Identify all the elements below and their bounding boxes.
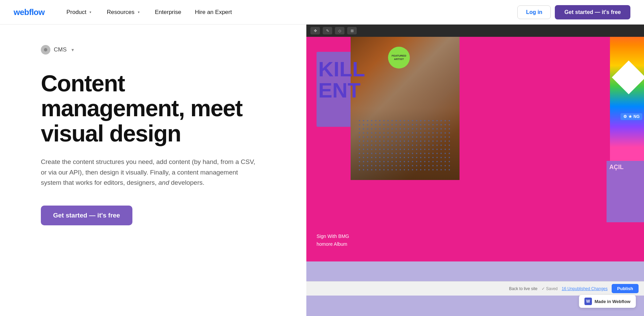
nav-item-product[interactable]: Product ▾ bbox=[61, 6, 99, 18]
cms-badge[interactable]: CMS ▾ bbox=[41, 45, 279, 55]
nav-links: Product ▾ Resources ▾ Enterprise Hire an… bbox=[61, 6, 517, 18]
main-layout: CMS ▾ Content management, meet visual de… bbox=[0, 25, 644, 316]
nav-resources-label: Resources bbox=[107, 9, 134, 16]
right-panel: ✥ ✎ ◇ ⊞ KILL ENT FEATURED ARTIST bbox=[306, 25, 644, 316]
toolbar-icon-3[interactable]: ◇ bbox=[335, 27, 344, 34]
hero-description: Create the content structures you need, … bbox=[41, 157, 259, 188]
nav-hire-expert-label: Hire an Expert bbox=[195, 9, 232, 16]
publish-button[interactable]: Publish bbox=[612, 284, 639, 293]
mockup-toolbar: ✥ ✎ ◇ ⊞ bbox=[306, 25, 644, 37]
navbar-cta-button[interactable]: Get started — it's free bbox=[555, 5, 630, 19]
counter-badge: ⚙ ★ NG bbox=[621, 113, 642, 120]
second-card: AÇIL bbox=[607, 161, 644, 222]
nav-item-hire-expert[interactable]: Hire an Expert bbox=[190, 6, 238, 18]
cms-badge-text: CMS bbox=[54, 46, 67, 53]
hero-title: Content management, meet visual design bbox=[41, 71, 279, 146]
publish-bar: Back to live site ✓ Saved 16 Unpublished… bbox=[306, 281, 644, 296]
login-button[interactable]: Log in bbox=[517, 5, 551, 19]
featured-artist-badge: FEATURED ARTIST bbox=[388, 47, 410, 69]
hero-cta-button[interactable]: Get started — it's free bbox=[41, 206, 132, 225]
navbar-actions: Log in Get started — it's free bbox=[517, 5, 630, 19]
navbar: webflow Product ▾ Resources ▾ Enterprise… bbox=[0, 0, 644, 25]
shirt-pattern bbox=[357, 119, 453, 173]
toolbar-icon-4[interactable]: ⊞ bbox=[347, 27, 357, 34]
webflow-w-icon: W bbox=[584, 298, 592, 305]
resources-chevron-icon: ▾ bbox=[136, 10, 141, 15]
left-panel: CMS ▾ Content management, meet visual de… bbox=[0, 25, 306, 316]
toolbar-icon-2[interactable]: ✎ bbox=[323, 27, 332, 34]
back-to-live-link[interactable]: Back to live site bbox=[509, 286, 537, 291]
nav-enterprise-label: Enterprise bbox=[155, 9, 181, 16]
cms-icon bbox=[41, 45, 50, 55]
sign-text: Sign With BMG homore Album bbox=[317, 232, 349, 248]
unpublished-changes-link[interactable]: 16 Unpublished Changes bbox=[562, 286, 608, 291]
toolbar-icon-1[interactable]: ✥ bbox=[310, 27, 320, 34]
nav-item-enterprise[interactable]: Enterprise bbox=[149, 6, 187, 18]
mockup-site: ✥ ✎ ◇ ⊞ KILL ENT FEATURED ARTIST bbox=[306, 25, 644, 296]
logo[interactable]: webflow bbox=[14, 7, 45, 17]
made-in-webflow-badge[interactable]: W Made in Webflow bbox=[579, 295, 636, 308]
design-canvas: ✥ ✎ ◇ ⊞ KILL ENT FEATURED ARTIST bbox=[306, 25, 644, 296]
saved-status: ✓ Saved bbox=[542, 286, 558, 291]
product-chevron-icon: ▾ bbox=[88, 10, 93, 15]
nav-item-resources[interactable]: Resources ▾ bbox=[101, 6, 147, 18]
cms-badge-chevron-icon: ▾ bbox=[71, 47, 74, 52]
kill-ent-text: KILL ENT bbox=[318, 59, 365, 101]
nav-product-label: Product bbox=[66, 9, 86, 16]
